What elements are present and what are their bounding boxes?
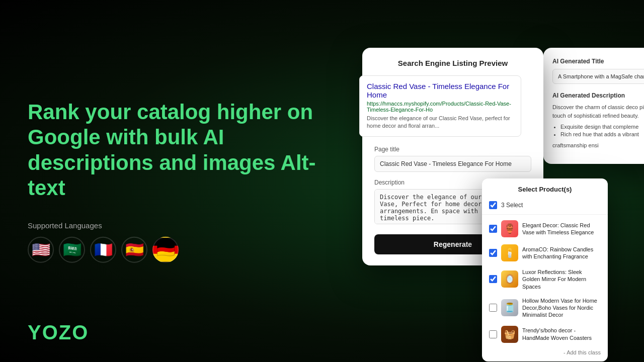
product-thumb-2: 🕯️ — [501, 244, 518, 261]
ai-desc-intro: Discover the charm of classic deco piece… — [552, 103, 644, 120]
flag-usa: 🇺🇸 — [28, 236, 54, 262]
search-preview-title: Classic Red Vase - Timeless Elegance For… — [367, 82, 514, 99]
left-section: Rank your catalog higher on Google with … — [28, 100, 319, 263]
product-thumb-1: 🏺 — [501, 220, 518, 237]
seo-panel-title: Search Engine Listing Preview — [374, 59, 531, 67]
product-thumb-5: 🧺 — [501, 326, 518, 343]
ai-panel: AI Generated Title A Smartphone with a M… — [543, 48, 644, 164]
page-title-input[interactable] — [374, 156, 531, 172]
ai-desc-list: Exquisite design that compleme Rich red … — [552, 124, 644, 137]
flag-germany: 🇩🇪 — [152, 236, 179, 262]
product-checkbox-2[interactable] — [489, 249, 497, 257]
search-preview-url: https://hmaccs.myshopify.com/Products/Cl… — [367, 101, 514, 113]
search-preview-box: Classic Red Vase - Timeless Elegance For… — [359, 75, 521, 137]
ai-desc-label: AI Generated Description — [552, 92, 644, 99]
ai-desc-bullet-1: Exquisite design that compleme — [560, 124, 644, 130]
product-item-4: 🫙 Hollow Modern Vase for Home Decor,Boho… — [482, 294, 608, 322]
search-preview-description: Discover the elegance of our Classic Red… — [367, 115, 514, 130]
product-checkbox-4[interactable] — [489, 304, 497, 312]
logo: YOZO — [28, 321, 89, 344]
ai-craftsmanship: craftsmanship ensi — [552, 141, 644, 150]
languages-label: Supported Languages — [28, 221, 319, 229]
flag-spain: 🇪🇸 — [121, 236, 147, 262]
product-name-3: Luxor Reflections: Sleek Golden Mirror F… — [522, 268, 601, 290]
product-panel: Select Product(s) 3 Select 🏺 Elegant Dec… — [482, 178, 608, 361]
add-class-label[interactable]: - Add this class — [482, 346, 608, 356]
product-name-2: AromaCO: Rainbow Candles with Enchanting… — [522, 246, 601, 260]
product-thumb-3: 🪞 — [501, 270, 518, 288]
select-count-row: 3 Select — [482, 199, 608, 215]
page-title-label: Page title — [374, 146, 531, 153]
product-item-2: 🕯️ AromaCO: Rainbow Candles with Enchant… — [482, 241, 608, 265]
flag-saudi: 🇸🇦 — [59, 236, 85, 262]
product-item-1: 🏺 Elegant Decor: Classic Red Vase with T… — [482, 217, 608, 241]
product-checkbox-1[interactable] — [489, 225, 497, 233]
flags-row: 🇺🇸 🇸🇦 🇫🇷 🇪🇸 🇩🇪 — [28, 236, 319, 262]
ai-title-value: A Smartphone with a MagSafe charg — [552, 69, 644, 84]
product-panel-title: Select Product(s) — [482, 186, 608, 193]
product-checkbox-3[interactable] — [489, 275, 497, 283]
ai-desc-bullet-2: Rich red hue that adds a vibrant — [560, 131, 644, 137]
product-item-3: 🪞 Luxor Reflections: Sleek Golden Mirror… — [482, 265, 608, 294]
ai-title-label: AI Generated Title — [552, 58, 644, 65]
product-item-5: 🧺 Trendy's/boho decor - HandMade Woven C… — [482, 322, 608, 346]
hero-headline: Rank your catalog higher on Google with … — [28, 100, 319, 201]
select-all-checkbox[interactable] — [489, 201, 497, 209]
product-thumb-4: 🫙 — [501, 299, 518, 316]
select-count-label: 3 Select — [501, 202, 523, 209]
product-name-4: Hollow Modern Vase for Home Decor,Boho V… — [522, 297, 601, 319]
flag-france: 🇫🇷 — [90, 236, 116, 262]
product-name-1: Elegant Decor: Classic Red Vase with Tim… — [522, 222, 601, 236]
product-checkbox-5[interactable] — [489, 330, 497, 338]
product-name-5: Trendy's/boho decor - HandMade Woven Coa… — [522, 327, 601, 341]
